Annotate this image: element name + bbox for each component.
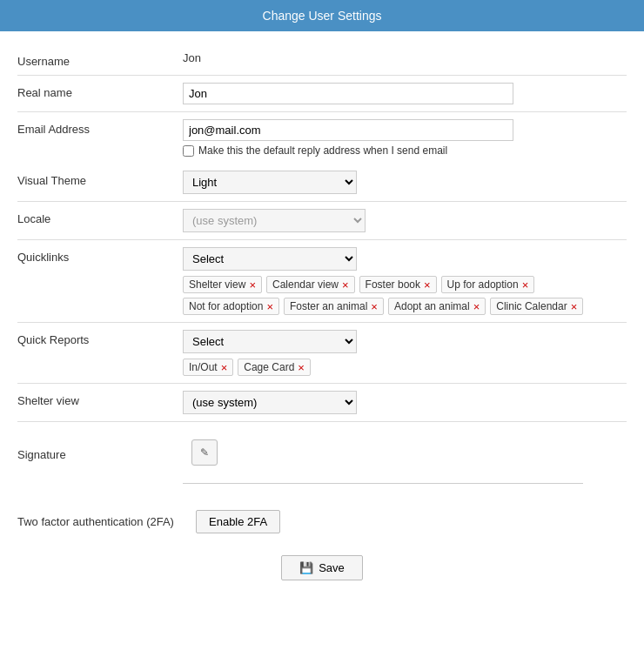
enable-2fa-button[interactable]: Enable 2FA	[196, 510, 280, 533]
save-button[interactable]: 💾 Save	[281, 555, 363, 580]
signature-label: Signature	[17, 445, 183, 461]
tag-remove-not-for-adoption[interactable]: ×	[266, 301, 273, 312]
tag-remove-calendar-view[interactable]: ×	[342, 279, 349, 291]
tag-remove-adopt-an-animal[interactable]: ×	[473, 301, 480, 312]
quicklinks-select[interactable]: Select	[183, 247, 357, 271]
tag-label: Foster book	[366, 278, 420, 291]
quick-reports-tags: In/Out × Cage Card ×	[183, 359, 627, 376]
shelter-view-row: Shelter view (use system)	[17, 384, 627, 422]
visual-theme-label: Visual Theme	[17, 171, 183, 187]
tag-remove-foster-book[interactable]: ×	[424, 279, 431, 291]
tag-label: Shelter view	[189, 278, 245, 291]
quick-reports-select[interactable]: Select	[183, 330, 357, 353]
quicklinks-content: Select Shelter view × Calendar view × Fo…	[183, 247, 627, 315]
visual-theme-row: Visual Theme Light Dark	[17, 164, 627, 202]
locale-row: Locale (use system)	[17, 202, 627, 240]
username-row: Username Jon	[17, 44, 627, 76]
quick-reports-row: Quick Reports Select In/Out × Cage Card …	[17, 323, 627, 384]
tag-label: Cage Card	[244, 361, 294, 373]
tag-foster-book: Foster book ×	[359, 276, 437, 293]
tag-label: In/Out	[189, 361, 218, 373]
quick-reports-label: Quick Reports	[17, 330, 183, 346]
email-label: Email Address	[17, 119, 183, 136]
save-label: Save	[319, 561, 345, 574]
default-reply-label: Make this the default reply address when…	[198, 144, 447, 157]
quicklinks-label: Quicklinks	[17, 247, 183, 264]
email-row: Email Address Make this the default repl…	[17, 112, 627, 164]
shelter-view-select[interactable]: (use system)	[183, 391, 357, 414]
save-icon: 💾	[299, 561, 313, 574]
realname-label: Real name	[17, 83, 183, 99]
signature-edit-button[interactable]: ✎	[191, 439, 218, 466]
username-label: Username	[17, 51, 183, 68]
tag-remove-inout[interactable]: ×	[221, 362, 228, 373]
locale-label: Locale	[17, 209, 183, 225]
tag-label: Up for adoption	[447, 278, 519, 291]
tag-remove-clinic-calendar[interactable]: ×	[571, 301, 578, 312]
realname-row: Real name	[17, 76, 627, 112]
tag-remove-up-for-adoption[interactable]: ×	[522, 279, 529, 291]
tfa-row: Two factor authentication (2FA) Enable 2…	[17, 501, 627, 542]
tag-remove-cage-card[interactable]: ×	[298, 362, 305, 373]
tag-adopt-an-animal: Adopt an animal ×	[388, 298, 486, 315]
tag-remove-foster-an-animal[interactable]: ×	[371, 301, 378, 312]
tag-shelter-view: Shelter view ×	[183, 276, 262, 293]
quicklinks-row: Quicklinks Select Shelter view × Calenda…	[17, 240, 627, 323]
save-row: 💾 Save	[17, 555, 627, 598]
tfa-label: Two factor authentication (2FA)	[17, 515, 183, 528]
tag-label: Adopt an animal	[394, 300, 470, 312]
tag-label: Foster an animal	[290, 300, 367, 312]
tag-not-for-adoption: Not for adoption ×	[183, 298, 279, 315]
email-input[interactable]	[183, 119, 513, 141]
tag-calendar-view: Calendar view ×	[266, 276, 355, 293]
tag-up-for-adoption: Up for adoption ×	[441, 276, 535, 293]
signature-row: Signature ✎	[17, 422, 627, 474]
realname-input[interactable]	[183, 83, 513, 104]
visual-theme-select[interactable]: Light Dark	[183, 171, 357, 194]
locale-select[interactable]: (use system)	[183, 209, 366, 232]
tag-foster-an-animal: Foster an animal ×	[284, 298, 384, 315]
tag-inout: In/Out ×	[183, 359, 233, 376]
shelter-view-label: Shelter view	[17, 391, 183, 407]
tag-label: Not for adoption	[189, 300, 263, 312]
tag-remove-shelter-view[interactable]: ×	[249, 279, 256, 291]
username-value: Jon	[183, 48, 201, 64]
quicklinks-tags: Shelter view × Calendar view × Foster bo…	[183, 276, 627, 315]
tag-cage-card: Cage Card ×	[238, 359, 311, 376]
tag-clinic-calendar: Clinic Calendar ×	[490, 298, 583, 315]
signature-divider	[183, 483, 583, 484]
default-reply-checkbox[interactable]	[183, 145, 194, 157]
page-title: Change User Settings	[0, 0, 644, 31]
tag-label: Clinic Calendar	[496, 300, 567, 312]
edit-icon: ✎	[200, 446, 209, 459]
quick-reports-content: Select In/Out × Cage Card ×	[183, 330, 627, 376]
tag-label: Calendar view	[272, 278, 339, 291]
